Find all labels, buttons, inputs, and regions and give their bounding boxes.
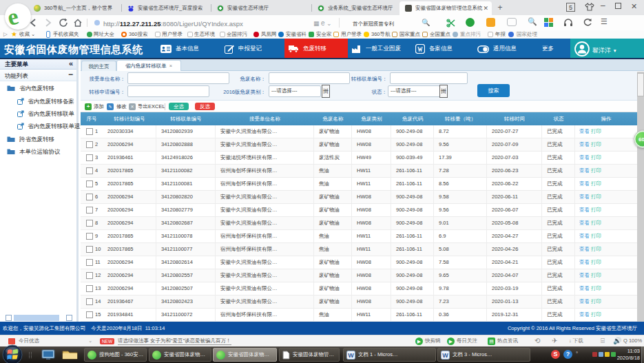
svg-text:W: W bbox=[348, 352, 354, 359]
svg-text:W: W bbox=[442, 352, 448, 359]
